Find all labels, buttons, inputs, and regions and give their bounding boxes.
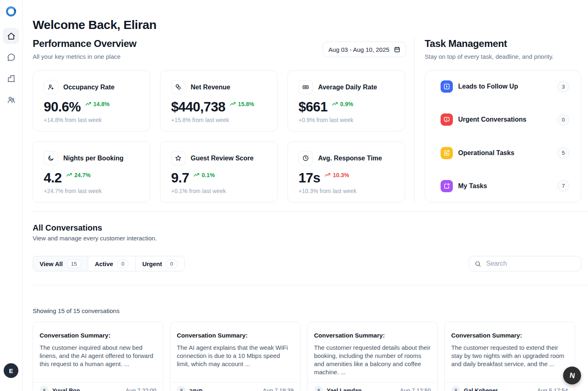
trending-up-icon — [324, 172, 331, 178]
conversation-timestamp: Aug 5 17:54 — [537, 387, 568, 391]
calendar-icon — [394, 46, 401, 53]
metric-subtext: +15.8% from last week — [171, 117, 267, 123]
metric-value: $661 — [298, 99, 327, 115]
user-plus-icon — [44, 80, 58, 94]
clock-icon — [298, 151, 313, 165]
task-label: Leads to Follow Up — [458, 83, 518, 90]
metric-label: Occupancy Rate — [63, 84, 114, 91]
metric-card-net-revenue: Net Revenue $440,738 15.8% +15.8% from l… — [160, 70, 278, 131]
task-count-badge: 0 — [557, 114, 569, 126]
tab-label: Active — [95, 260, 113, 267]
search-icon — [474, 260, 481, 268]
tab-count-badge: 0 — [166, 260, 178, 268]
conversation-timestamp: Aug 7 19:39 — [263, 387, 294, 391]
tab-count-badge: 15 — [67, 260, 81, 268]
metric-value: 4.2 — [44, 170, 62, 186]
date-range-picker[interactable]: Aug 03 - Aug 10, 2025 — [323, 42, 406, 57]
conversation-timestamp: Aug 7 22:00 — [125, 387, 156, 391]
conversation-customer-name: Yuval Ron — [52, 387, 80, 391]
metric-trend: 15.8% — [229, 101, 254, 107]
trending-up-icon — [193, 172, 200, 178]
floating-widget-button[interactable]: N — [563, 367, 581, 384]
metric-value: 90.6% — [44, 99, 81, 115]
section-divider — [33, 211, 588, 212]
search-input[interactable] — [486, 260, 575, 268]
chat-icon — [7, 53, 16, 62]
conversation-summary-title: Conversation Summary: — [451, 332, 568, 339]
conversations-filter-tabs: View All 15 Active 0 Urgent 0 — [33, 256, 185, 271]
conversation-summary-title: Conversation Summary: — [177, 332, 294, 339]
results-count-text: Showing 15 of 15 conversations — [33, 307, 120, 314]
conversations-section-title: All Conversations — [33, 223, 102, 233]
conversation-card[interactable]: Conversation Summary: The customer inqui… — [33, 322, 163, 391]
buildings-icon — [7, 74, 16, 83]
task-section-title: Task Management — [425, 38, 507, 49]
tab-count-badge: 0 — [117, 260, 129, 268]
star-icon — [171, 151, 185, 165]
conversation-customer-name: תומר — [189, 387, 203, 391]
tab-active[interactable]: Active 0 — [88, 256, 136, 271]
task-label: My Tasks — [458, 182, 487, 190]
metric-label: Average Daily Rate — [318, 84, 377, 91]
app-logo-swirl-icon[interactable] — [6, 6, 16, 17]
search-box — [469, 256, 581, 271]
trending-up-icon — [85, 101, 91, 107]
sidebar-item-home[interactable] — [3, 28, 19, 44]
metrics-grid: Occupancy Rate 90.6% 14.8% +14.8% from l… — [33, 70, 405, 202]
conversation-summary-text: The customer inquired about new bed line… — [40, 344, 156, 368]
section-divider — [33, 285, 588, 285]
metric-card-nights-per-booking: Nights per Booking 4.2 24.7% +24.7% from… — [33, 141, 150, 202]
metric-trend: 0.9% — [332, 101, 353, 107]
date-range-label: Aug 03 - Aug 10, 2025 — [328, 46, 389, 53]
sidebar-item-conversations[interactable] — [3, 49, 19, 65]
metric-label: Guest Review Score — [191, 155, 254, 162]
performance-section-subtitle: All your key metrics in one place — [33, 53, 120, 60]
user-icon — [314, 386, 323, 391]
metric-card-avg-response-time: Avg. Response Time 17s 10.3% +10.3% from… — [287, 141, 405, 202]
metric-subtext: +14.8% from last week — [44, 117, 139, 123]
metric-card-guest-review-score: Guest Review Score 9.7 0.1% +0.1% from l… — [160, 141, 278, 202]
tab-urgent[interactable]: Urgent 0 — [136, 256, 184, 271]
conversation-timestamp: Aug 7 12:50 — [400, 387, 431, 391]
banknote-icon — [298, 80, 313, 94]
user-icon — [40, 386, 49, 391]
user-avatar[interactable]: E — [4, 363, 18, 378]
users-icon — [7, 96, 16, 104]
conversation-card[interactable]: Conversation Summary: The AI agent expla… — [170, 322, 301, 391]
metric-value: $440,738 — [171, 99, 225, 115]
task-item-operational-tasks[interactable]: Operational Tasks 5 — [441, 147, 569, 159]
home-icon — [7, 32, 16, 40]
conversation-summary-text: The customer requested details about the… — [314, 344, 431, 376]
tab-label: Urgent — [142, 260, 162, 267]
sidebar-nav — [3, 28, 19, 108]
section-divider-vertical — [414, 38, 414, 202]
tab-view-all[interactable]: View All 15 — [33, 256, 88, 271]
conversation-card[interactable]: Conversation Summary: The customer reque… — [444, 322, 575, 391]
metric-trend: 10.3% — [324, 172, 349, 178]
metric-subtext: +0.9% from last week — [298, 117, 394, 123]
task-item-my-tasks[interactable]: My Tasks 7 — [441, 180, 569, 192]
task-item-urgent-conversations[interactable]: Urgent Conversations 0 — [441, 113, 569, 126]
metric-label: Nights per Booking — [63, 155, 124, 162]
task-label: Operational Tasks — [458, 149, 514, 157]
conversation-cards-grid: Conversation Summary: The customer inqui… — [33, 322, 575, 391]
conversation-summary-text: The customer requested to extend their s… — [451, 344, 568, 368]
metric-card-occupancy-rate: Occupancy Rate 90.6% 14.8% +14.8% from l… — [33, 70, 150, 131]
sidebar-item-properties[interactable] — [3, 70, 19, 87]
sidebar-item-team[interactable] — [3, 91, 19, 108]
conversations-section-subtitle: View and manage every customer interacti… — [33, 235, 157, 242]
coins-icon — [171, 80, 185, 94]
metric-value: 17s — [298, 170, 320, 186]
conversation-summary-title: Conversation Summary: — [40, 332, 156, 339]
performance-section-title: Performance Overview — [33, 38, 136, 49]
zap-square-icon — [441, 80, 453, 93]
conversation-card[interactable]: Conversation Summary: The customer reque… — [307, 322, 438, 391]
user-icon — [451, 386, 460, 391]
task-item-leads-to-follow-up[interactable]: Leads to Follow Up 3 — [441, 80, 569, 93]
task-label: Urgent Conversations — [458, 116, 526, 123]
conversation-customer-name: Yael Lamdan — [327, 387, 362, 391]
floating-widget-label: N — [569, 371, 575, 380]
metric-subtext: +0.1% from last week — [171, 188, 267, 194]
metric-value: 9.7 — [171, 170, 189, 186]
metric-trend: 0.1% — [193, 172, 215, 178]
